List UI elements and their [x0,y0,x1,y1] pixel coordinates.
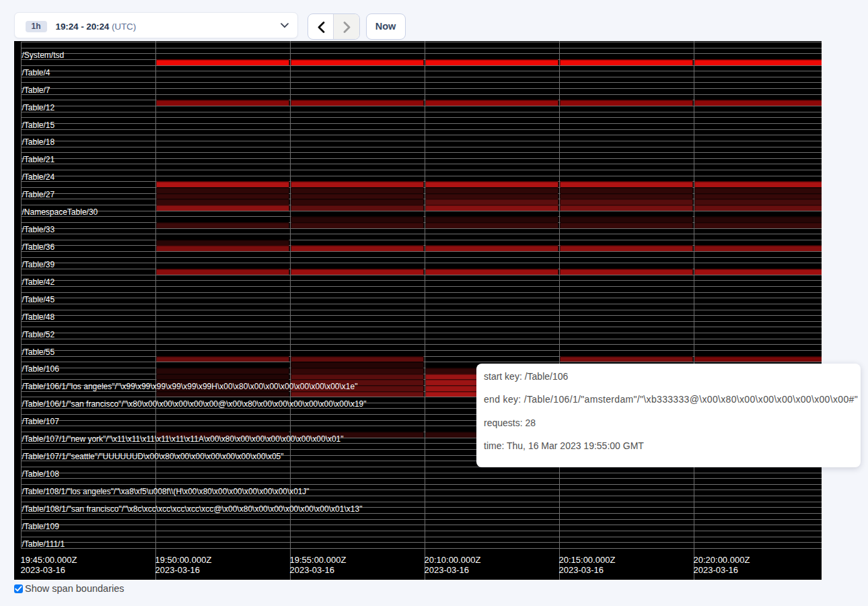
svg-text:/Table/7: /Table/7 [22,86,50,95]
svg-text:/NamespaceTable/30: /NamespaceTable/30 [22,207,98,217]
svg-text:/System/tsd: /System/tsd [22,50,65,60]
svg-text:20:10:00.000Z: 20:10:00.000Z [425,555,481,565]
svg-text:19:50:00.000Z: 19:50:00.000Z [155,555,212,565]
svg-text:2023-03-16: 2023-03-16 [21,565,66,575]
svg-text:/Table/27: /Table/27 [22,190,55,199]
svg-text:19:45:00.000Z: 19:45:00.000Z [21,555,77,565]
svg-text:19:55:00.000Z: 19:55:00.000Z [290,555,347,565]
svg-text:/Table/33: /Table/33 [22,225,55,234]
svg-text:/Table/106/1/"los angeles"/"\x: /Table/106/1/"los angeles"/"\x99\x99\x99… [22,382,358,391]
svg-text:/Table/55: /Table/55 [22,347,55,357]
svg-text:20:20:00.000Z: 20:20:00.000Z [694,555,750,565]
svg-text:/Table/39: /Table/39 [22,260,55,269]
svg-text:/Table/4: /Table/4 [22,68,50,77]
svg-text:2023-03-16: 2023-03-16 [290,565,335,575]
svg-text:/Table/109: /Table/109 [22,522,60,531]
svg-text:2023-03-16: 2023-03-16 [559,565,604,575]
svg-text:/Table/107/1/"new york"/"\x11\: /Table/107/1/"new york"/"\x11\x11\x11\x1… [22,434,344,444]
svg-text:/Table/107: /Table/107 [22,417,60,426]
svg-text:/Table/24: /Table/24 [22,172,55,182]
svg-text:20:15:00.000Z: 20:15:00.000Z [559,555,616,565]
svg-text:2023-03-16: 2023-03-16 [694,565,739,575]
svg-text:/Table/21: /Table/21 [22,155,55,164]
svg-text:/Table/108/1/"los angeles"/"\x: /Table/108/1/"los angeles"/"\xa8\xf5\u00… [22,487,310,496]
svg-text:/Table/52: /Table/52 [22,330,55,339]
svg-text:/Table/48: /Table/48 [22,312,55,322]
svg-text:/Table/42: /Table/42 [22,277,55,287]
svg-text:/Table/15: /Table/15 [22,121,55,130]
svg-text:/Table/107/1/"seattle"/"UUUUUU: /Table/107/1/"seattle"/"UUUUUUD\x00\x80\… [22,452,284,461]
svg-text:/Table/106: /Table/106 [22,364,60,374]
svg-text:/Table/108/1/"san francisco"/": /Table/108/1/"san francisco"/"\x8c\xcc\x… [22,504,363,514]
svg-text:/Table/106/1/"san francisco"/": /Table/106/1/"san francisco"/"\x80\x00\x… [22,399,367,409]
svg-text:2023-03-16: 2023-03-16 [155,565,201,575]
svg-text:/Table/12: /Table/12 [22,103,55,112]
svg-text:/Table/45: /Table/45 [22,295,55,304]
svg-text:/Table/108: /Table/108 [22,469,60,479]
svg-text:/Table/111/1: /Table/111/1 [22,539,65,549]
svg-text:2023-03-16: 2023-03-16 [425,565,470,575]
svg-text:/Table/36: /Table/36 [22,242,55,252]
svg-text:/Table/18: /Table/18 [22,137,55,147]
